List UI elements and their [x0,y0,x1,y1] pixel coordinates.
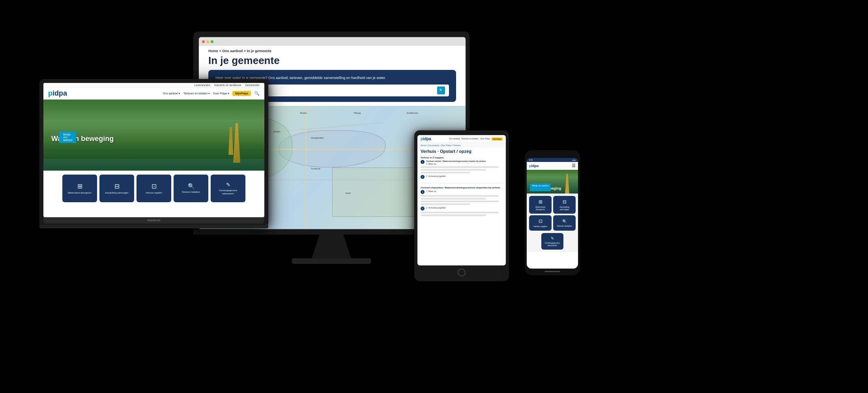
phone-meterstand-label: Meterstand doorgeven [531,206,550,211]
tablet-body: pidpa Ons aanbod Tarieven en betalen Ove… [414,130,509,281]
tablet-line7 [421,203,470,205]
tablet-line9 [421,214,486,216]
tablet-section1-title: Verhuis in 2 stappen [421,156,503,159]
tablet-line4 [421,195,499,197]
browser-close-dot [202,40,205,43]
pidpa-logo: pidpa [48,89,67,98]
phone-icon-row2: ✎ Contactgegevens aanpassen [527,233,578,252]
phone-body: 9:41 ●●● pidpa ☰ Water in beweging Bekij… [525,150,580,275]
phone-icon-aansluiting[interactable]: ⊟ Aansluiting aanvragen [553,196,576,214]
tablet-nav-aanbod[interactable]: Ons aanbod [449,137,460,141]
phone-icon-grid: ⊞ Meterstand doorgeven ⊟ Aansluiting aan… [527,194,578,233]
tablet-step2-sub: 2. Verhuizing ingebeld [426,175,445,178]
phone-aansluiting-label: Aansluiting aanvragen [555,206,574,211]
icon-contact[interactable]: ✎ Contactgegevens aanpassen [211,175,245,202]
tablet-step3-num: 1 [421,190,425,194]
laptop-hero: Water in beweging Bekijk ons aanbod [43,100,264,171]
icon-aansluiting[interactable]: ⊟ Aansluiting aanvragen [99,175,134,202]
tablet-step4-num: 2 [421,207,425,211]
tablet-breadcrumb: Home > Ons aanbod > Over Pidpa > Thema's [417,143,506,148]
laptop-main-nav: pidpa Ons aanbod ▾ Tarieven en betalen ▾… [43,88,264,100]
phone-aansluiting-icon: ⊟ [563,199,567,205]
phone-icon-verhuis[interactable]: ⊡ Verhuis regelen [529,215,552,231]
tablet-step3-text: 1. Meter op [426,190,436,193]
breadcrumb: Home > Ons aanbod > In je gemeente [199,46,466,53]
phone-verhuis-icon: ⊡ [539,218,542,224]
tablet-section2-title: Contract stopzetten / Watervoorzieningsc… [421,186,503,189]
tablet-divider [421,183,503,183]
tablet-line5 [421,198,486,199]
browser-maximize-dot [211,40,213,43]
phone-tarieven-icon: 🔍 [562,219,567,224]
monitor-stand [312,235,351,258]
tablet-home-button[interactable] [458,269,466,276]
tablet-step1-sub: 1. Meter op [426,163,486,165]
phone-status-bar: 9:41 ●●● [527,158,578,162]
phone-time: 9:41 [529,159,533,161]
map-label-turnhout: Turnhout [311,167,320,170]
map-label-eindhoven: Eindhoven [407,112,418,114]
phone-tarieven-label: Tarieven bekijken [557,225,572,227]
phone-notch [544,153,560,156]
phone-nav: pidpa ☰ [527,162,578,170]
tablet-content-section1: Verhuis in 2 stappen 1 Contract starten … [417,155,506,181]
map-label-essen: Essen [273,130,280,133]
phone-hero: Water in beweging Bekijk ons aanbod [527,170,578,194]
map-label-geel: Geel [346,192,351,194]
aansluiting-label: Aansluiting aanvragen [105,192,128,194]
phone-meterstand-icon: ⊞ [539,199,542,205]
phone-hero-cta[interactable]: Bekijk ons aanbod [530,184,551,191]
icon-tarieven[interactable]: 🔍 Tarieven bekijken [174,175,208,202]
mijn-pidpa-button[interactable]: MijnPidpa [232,91,251,96]
tablet-line3 [421,172,470,173]
tablet-breadcrumb-text: Home > Ons aanbod > Over Pidpa > Thema's [421,144,461,147]
phone-icon-contact[interactable]: ✎ Contactgegevens aanpassen [541,233,564,250]
tablet-mijn-pidpa[interactable]: MijnPidpa [492,137,503,141]
map-label-tilburg: Tilburg [354,112,361,114]
verhuis-icon: ⊡ [152,182,157,190]
monitor-base [292,258,371,264]
laptop-base [39,225,268,228]
nav-industrie[interactable]: Industrie en landbouw [214,84,241,86]
hero-cta-button[interactable]: Bekijk ons aanbod [59,132,76,143]
map-label-hoogstraten: Hoogstraten [311,137,324,139]
tablet-step2-num: 2 [421,175,425,179]
verhuis-label: Verhuis regelen [146,192,162,194]
phone-contact-label: Contactgegevens aanpassen [543,242,562,246]
tablet-nav-over[interactable]: Over Pidpa [480,137,490,141]
monitor-browser-bar [199,37,466,46]
tablet-nav-items: Ons aanbod Tarieven en betalen Over Pidp… [449,137,503,141]
tablet-line6 [421,201,499,202]
phone-icon-meterstand[interactable]: ⊞ Meterstand doorgeven [529,196,552,214]
phone: 9:41 ●●● pidpa ☰ Water in beweging Bekij… [525,150,580,275]
tablet-step2: 2 2. Verhuizing ingebeld [421,175,503,179]
laptop: Leveranciers Industrie en landbouw Gemee… [39,79,268,228]
tablet-step3: 1 1. Meter op [421,190,503,194]
tablet-screen: pidpa Ons aanbod Tarieven en betalen Ove… [417,135,506,265]
phone-menu-icon[interactable]: ☰ [572,163,576,168]
phone-signal: ●●● [572,159,576,161]
laptop-nav-items: Ons aanbod ▾ Tarieven en betalen ▾ Over … [163,91,260,96]
meterstand-icon: ⊞ [77,182,82,190]
search-icon[interactable]: 🔍 [437,86,445,94]
nav-tarieven[interactable]: Tarieven en betalen ▾ [183,92,210,95]
icon-verhuis[interactable]: ⊡ Verhuis regelen [137,175,171,202]
icon-meterstand[interactable]: ⊞ Meterstand doorgeven [62,175,97,202]
aansluiting-icon: ⊟ [114,182,120,190]
search-nav-icon[interactable]: 🔍 [254,91,260,96]
nav-ons-aanbod[interactable]: Ons aanbod ▾ [163,92,180,95]
tablet-nav-tarieven[interactable]: Tarieven en betalen [461,137,479,141]
nav-over-pidpa[interactable]: Over Pidpa ▾ [213,92,229,95]
tablet-page-title: Verhuis · Opstart / opzeg [417,148,506,155]
tablet-step1: 1 Contract starten / Watervoorzieningsco… [421,160,503,165]
laptop-bottom-bezel: MacBook [43,217,264,224]
phone-icon-tarieven[interactable]: 🔍 Tarieven bekijken [553,215,576,231]
contact-label: Contactgegevens aanpassen [213,189,243,195]
meterstand-label: Meterstand doorgeven [68,192,92,194]
nav-leveranciers[interactable]: Leveranciers [195,84,210,86]
tablet-step1-title: Contract starten / Watervoorzieningscont… [426,160,486,163]
tablet-line2 [421,169,486,171]
phone-verhuis-label: Verhuis regelen [533,225,547,228]
map-label-breda: Breda [300,112,307,114]
nav-gemeenten[interactable]: Gemeenten [245,84,260,86]
